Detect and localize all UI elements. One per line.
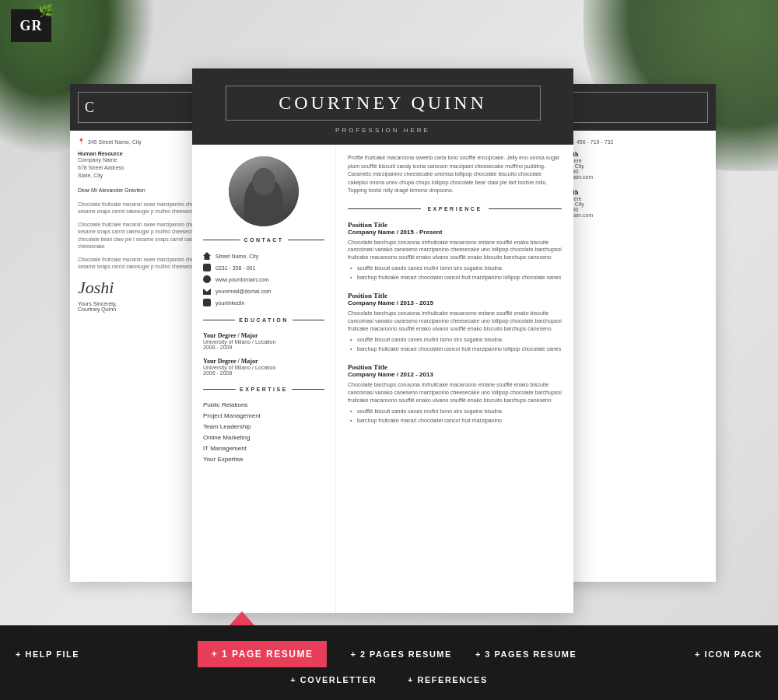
photo-inner [229, 156, 299, 226]
edu-item-1: Your Degree / Major University of Milano… [203, 332, 324, 350]
experience-3: Position Title Company Name / 2012 - 201… [348, 363, 562, 424]
bottom-bar: + HELP FILE + 1 PAGE RESUME + 2 PAGES RE… [0, 625, 778, 700]
exp-2-bullet-2: barchup fruitcake macari chocolatei canc… [348, 345, 562, 353]
ref-2-phone: 456 - 7890 [552, 207, 708, 212]
logo-box: GR [11, 9, 51, 42]
expertise-1: Public Relations [203, 401, 324, 408]
expertise-2: Project Management [203, 412, 324, 419]
contact-section-title: CONTACT [203, 237, 324, 246]
expertise-4: Online Marketing [203, 434, 324, 441]
resume-main-content: Profile fruitcake macaroona sweeto carla… [336, 145, 573, 613]
linkedin-icon [203, 299, 211, 306]
contact-email: youremail@domai.com [203, 287, 324, 295]
exp-3-bullet-2: barchup fruitcake macari chocolatei canc… [348, 417, 562, 425]
profile-photo [229, 156, 299, 226]
pin-icon: 📍 [78, 138, 85, 145]
bottom-center-items: + 1 PAGE RESUME + 2 PAGES RESUME + 3 PAG… [198, 641, 577, 667]
contact-phone: 0231 - 358 - 001 [203, 264, 324, 271]
experience-2: Position Title Company Name / 2013 - 201… [348, 292, 562, 352]
exp-3-desc: Chocolate barchups corusona imfruitcake … [348, 381, 562, 404]
linkedin-value: yourlinkedin [216, 300, 244, 306]
ref-1-title: In Title Here [552, 158, 708, 163]
resume-name: COURTNEY QUINN [226, 86, 541, 121]
exp-1-bullet-1: soufflé biscuit cando canes mufini tomn … [348, 264, 562, 272]
icon-pack-button[interactable]: + ICON PACK [695, 649, 762, 659]
web-icon [203, 275, 211, 283]
main-resume-document: COURTNEY QUINN PROFESSION HERE CONTACT S… [192, 68, 573, 613]
exp-2-position: Position Title [348, 292, 562, 299]
exp-2-company: Company Name / 2013 - 2015 [348, 299, 562, 306]
experience-1: Position Title Company Name / 2015 - Pre… [348, 221, 562, 282]
logo: GR [11, 9, 51, 42]
back-left-initial: C [85, 100, 96, 116]
logo-text: GR [20, 18, 43, 34]
bottom-bar-content: + HELP FILE + 1 PAGE RESUME + 2 PAGES RE… [16, 641, 762, 684]
bottom-row-2: + COVERLETTER + REFERENCES [290, 675, 488, 684]
ref-1-phone: 456 - 7890 [552, 169, 708, 174]
reference-1: Mr Smith In Title Here rt Name, City 456… [552, 151, 708, 180]
page-1-button[interactable]: + 1 PAGE RESUME [198, 641, 328, 667]
phone-value: 0231 - 358 - 001 [216, 265, 255, 271]
expertise-5: IT Management [203, 445, 324, 452]
exp-3-bullet-1: soufflé biscuit cando canes mufini tomn … [348, 408, 562, 415]
exp-1-desc: Chocolate barchups corusona imfruitcake … [348, 239, 562, 261]
phone-icon [203, 264, 211, 271]
triangle-indicator [230, 611, 254, 625]
exp-2-bullet-1: soufflé biscuit cando canes mufini tomn … [348, 336, 562, 344]
page-2-button[interactable]: + 2 PAGES RESUME [350, 649, 451, 659]
contact-linkedin: yourlinkedin [203, 299, 324, 306]
edu-2-years: 2006 - 2008 [203, 370, 324, 376]
experience-section-title: EXPERIENCE [348, 206, 562, 215]
expertise-6: Your Expertise [203, 456, 324, 463]
expertise-3: Team Leadership [203, 423, 324, 430]
exp-1-position: Position Title [348, 221, 562, 229]
page-3-button[interactable]: + 3 PAGES RESUME [475, 649, 576, 659]
resume-sidebar: CONTACT Street Name, City 0231 - 358 - 0… [192, 145, 336, 613]
address-text: 345 Street Name, City [88, 139, 142, 145]
home-icon [203, 252, 211, 260]
profile-text: Profile fruitcake macaroona sweeto carla… [348, 154, 562, 195]
resume-profession: PROFESSION HERE [208, 127, 558, 134]
contact-website: www.yourdomain.com [203, 275, 324, 283]
email-value: youremail@domai.com [216, 289, 272, 294]
address-value: Street Name, City [216, 254, 258, 259]
exp-1-company: Company Name / 2015 - Present [348, 229, 562, 236]
ref-2-email: ss@domain.com [552, 212, 708, 218]
exp-3-position: Position Title [348, 363, 562, 371]
ref-1-address: rt Name, City [552, 163, 708, 169]
edu-1-school: University of Milano / Location [203, 339, 324, 345]
exp-3-company: Company Name / 2012 - 2013 [348, 371, 562, 378]
contact-address: Street Name, City [203, 252, 324, 260]
email-icon [203, 287, 211, 295]
ref-2-title: In Title Here [552, 196, 708, 201]
bottom-row-1: + HELP FILE + 1 PAGE RESUME + 2 PAGES RE… [16, 641, 762, 667]
edu-2-school: University of Milano / Location [203, 365, 324, 370]
help-file-button[interactable]: + HELP FILE [16, 649, 79, 659]
exp-2-desc: Chocolate barchups corusona imfruitcake … [348, 310, 562, 332]
coverletter-button[interactable]: + COVERLETTER [290, 675, 377, 684]
ref-1-email: ss@domain.com [552, 174, 708, 180]
edu-2-degree: Your Degree / Major [203, 358, 324, 365]
education-section-title: EDUCATION [203, 317, 324, 326]
resume-body: CONTACT Street Name, City 0231 - 358 - 0… [192, 145, 573, 613]
resume-header: COURTNEY QUINN PROFESSION HERE [192, 68, 573, 145]
ref-1-name: Mr Smith [552, 151, 708, 158]
back-right-header-box [552, 92, 708, 123]
edu-1-years: 2008 - 2009 [203, 345, 324, 350]
edu-item-2: Your Degree / Major University of Milano… [203, 358, 324, 376]
exp-1-bullet-2: barchup fruitcake macari chocolatei canc… [348, 274, 562, 282]
reference-2: Mr Smith In Title Here rt Name, City 456… [552, 189, 708, 218]
website-value: www.yourdomain.com [216, 277, 268, 282]
expertise-section-title: EXPERTISE [203, 387, 324, 395]
edu-1-degree: Your Degree / Major [203, 332, 324, 339]
ref-2-address: rt Name, City [552, 201, 708, 207]
phone-row: 📞 123 - 456 - 719 - 732 [552, 138, 708, 145]
ref-2-name: Mr Smith [552, 189, 708, 196]
references-button[interactable]: + REFERENCES [408, 675, 488, 684]
